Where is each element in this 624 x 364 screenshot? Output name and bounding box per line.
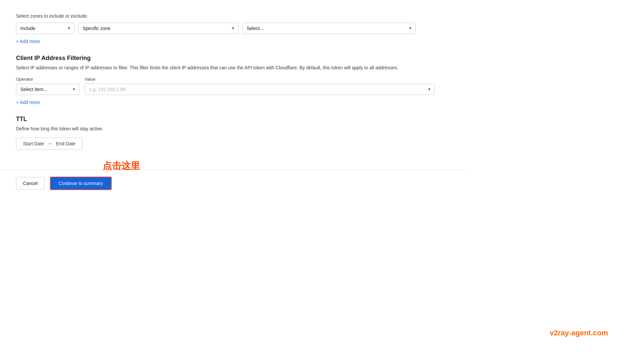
value-field-group: Value ▼ <box>85 77 435 95</box>
zones-add-more-link[interactable]: + Add more <box>16 39 40 44</box>
ip-filter-title: Client IP Address Filtering <box>16 55 451 62</box>
ttl-title: TTL <box>16 116 451 123</box>
ttl-section: TTL Define how long this token will stay… <box>16 116 451 150</box>
ttl-date-row: Start Date → End Date <box>16 138 451 150</box>
operator-label: Operator <box>16 77 79 82</box>
operator-wrapper[interactable]: Select item... Is in Is not in ▼ <box>16 84 79 95</box>
operator-select[interactable]: Select item... Is in Is not in <box>16 84 79 95</box>
operator-field-group: Operator Select item... Is in Is not in … <box>16 77 79 95</box>
watermark: v2ray-agent.com <box>550 329 608 337</box>
date-range-button[interactable]: Start Date → End Date <box>16 138 82 150</box>
zone-value-wrapper[interactable]: Select... ▼ <box>242 23 416 34</box>
end-date-label: End Date <box>56 141 75 146</box>
ip-value-input[interactable] <box>85 84 435 95</box>
include-exclude-select[interactable]: Include Exclude <box>16 23 74 34</box>
zones-section: Select zones to include or exclude. Incl… <box>16 13 451 44</box>
zone-value-select[interactable]: Select... <box>242 23 416 34</box>
arrow-icon: → <box>47 141 53 147</box>
zones-description: Select zones to include or exclude. <box>16 13 451 19</box>
continue-to-summary-button[interactable]: Continue to summary <box>50 177 112 190</box>
cancel-button[interactable]: Cancel <box>16 177 45 190</box>
ip-add-more-link[interactable]: + Add more <box>16 100 40 105</box>
zone-type-select[interactable]: All zones Specific zone <box>78 23 238 34</box>
zone-filter-row: Include Exclude ▼ All zones Specific zon… <box>16 23 451 34</box>
ip-filter-description: Select IP addresses or ranges of IP addr… <box>16 64 443 71</box>
include-exclude-wrapper[interactable]: Include Exclude ▼ <box>16 23 74 34</box>
ip-filter-section: Client IP Address Filtering Select IP ad… <box>16 55 451 105</box>
zone-type-wrapper[interactable]: All zones Specific zone ▼ <box>78 23 238 34</box>
ttl-description: Define how long this token will stay act… <box>16 125 443 132</box>
ip-filter-row: Operator Select item... Is in Is not in … <box>16 77 451 95</box>
value-input-wrapper[interactable]: ▼ <box>85 84 435 95</box>
start-date-label: Start Date <box>23 141 44 146</box>
footer: Cancel Continue to summary <box>16 170 451 197</box>
value-label: Value <box>85 77 435 82</box>
